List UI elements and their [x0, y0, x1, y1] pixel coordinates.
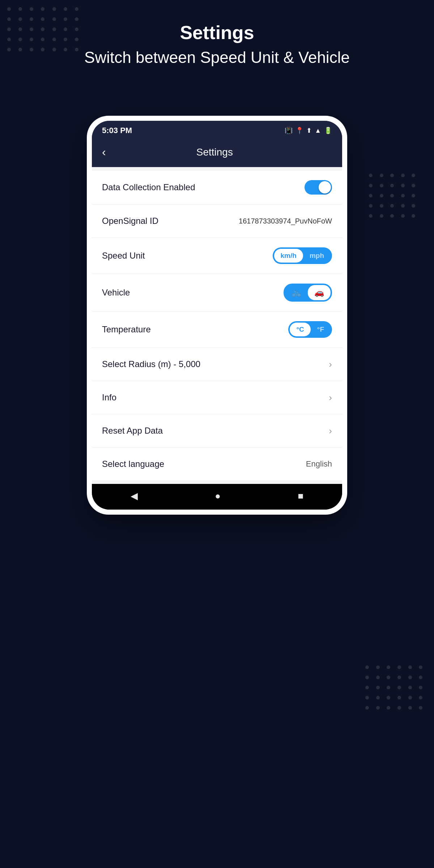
reset-app-data-chevron: ›: [329, 425, 332, 437]
select-language-label: Select language: [102, 459, 164, 469]
select-radius-chevron: ›: [329, 359, 332, 370]
settings-item-data-collection[interactable]: Data Collection Enabled: [92, 171, 342, 204]
page-header: Settings Switch between Speed Unit & Veh…: [0, 22, 434, 67]
vibrate-icon: 📳: [285, 127, 293, 135]
reset-app-data-label: Reset App Data: [102, 426, 163, 436]
settings-item-select-radius[interactable]: Select Radius (m) - 5,000 ›: [92, 348, 342, 380]
vehicle-label: Vehicle: [102, 288, 130, 298]
data-collection-toggle[interactable]: [305, 180, 332, 195]
select-radius-label: Select Radius (m) - 5,000: [102, 359, 200, 369]
settings-item-reset-app-data[interactable]: Reset App Data ›: [92, 414, 342, 447]
select-language-value: English: [306, 459, 332, 469]
phone-inner: 5:03 PM 📳 📍 ⬆ ▲ 🔋 ‹ Settings Data Collec: [92, 121, 342, 510]
page-subtitle: Switch between Speed Unit & Vehicle: [0, 48, 434, 67]
status-icons: 📳 📍 ⬆ ▲ 🔋: [285, 127, 332, 135]
nav-bar: ◀ ● ■: [92, 484, 342, 510]
speed-unit-segment[interactable]: km/h mph: [273, 247, 332, 264]
temperature-label: Temperature: [102, 324, 151, 335]
nav-home-button[interactable]: ●: [215, 490, 221, 502]
settings-item-opensignal-id: OpenSignal ID 1617873303974_PuvNoFoW: [92, 205, 342, 237]
vehicle-segment[interactable]: 🚲 🚗: [284, 284, 332, 302]
data-icon: ⬆: [306, 127, 312, 135]
info-chevron: ›: [329, 392, 332, 403]
toggle-thumb: [319, 181, 331, 193]
back-button[interactable]: ‹: [99, 144, 109, 160]
temperature-segment[interactable]: °C °F: [288, 321, 332, 338]
dots-decoration-mid-right: [369, 174, 416, 221]
nav-recent-button[interactable]: ■: [298, 490, 304, 502]
status-bar: 5:03 PM 📳 📍 ⬆ ▲ 🔋: [92, 121, 342, 140]
speed-unit-kmh[interactable]: km/h: [274, 249, 303, 263]
vehicle-bike[interactable]: 🚲: [285, 285, 308, 300]
nav-back-button[interactable]: ◀: [131, 490, 138, 502]
opensignal-id-label: OpenSignal ID: [102, 216, 158, 226]
speed-unit-mph[interactable]: mph: [303, 249, 331, 263]
settings-item-select-language[interactable]: Select language English: [92, 448, 342, 480]
temperature-celsius[interactable]: °C: [290, 323, 310, 336]
settings-item-vehicle[interactable]: Vehicle 🚲 🚗: [92, 274, 342, 311]
settings-item-info[interactable]: Info ›: [92, 381, 342, 414]
speed-unit-label: Speed Unit: [102, 251, 145, 261]
status-time: 5:03 PM: [102, 126, 132, 135]
settings-list: Data Collection Enabled OpenSignal ID 16…: [92, 167, 342, 484]
phone-mockup: 5:03 PM 📳 📍 ⬆ ▲ 🔋 ‹ Settings Data Collec: [87, 116, 347, 515]
opensignal-id-value: 1617873303974_PuvNoFoW: [239, 217, 332, 225]
settings-item-temperature[interactable]: Temperature °C °F: [92, 312, 342, 347]
settings-item-speed-unit[interactable]: Speed Unit km/h mph: [92, 238, 342, 273]
data-collection-label: Data Collection Enabled: [102, 182, 195, 192]
vehicle-car[interactable]: 🚗: [308, 285, 331, 300]
wifi-icon: ▲: [315, 127, 321, 135]
app-bar-title: Settings: [109, 146, 320, 158]
battery-icon: 🔋: [324, 127, 332, 135]
page-title: Settings: [0, 22, 434, 43]
temperature-fahrenheit[interactable]: °F: [311, 323, 331, 336]
phone-outer: 5:03 PM 📳 📍 ⬆ ▲ 🔋 ‹ Settings Data Collec: [87, 116, 347, 515]
location-icon: 📍: [295, 127, 303, 135]
info-label: Info: [102, 392, 116, 403]
dots-decoration-br: [365, 665, 423, 723]
app-bar: ‹ Settings: [92, 140, 342, 167]
